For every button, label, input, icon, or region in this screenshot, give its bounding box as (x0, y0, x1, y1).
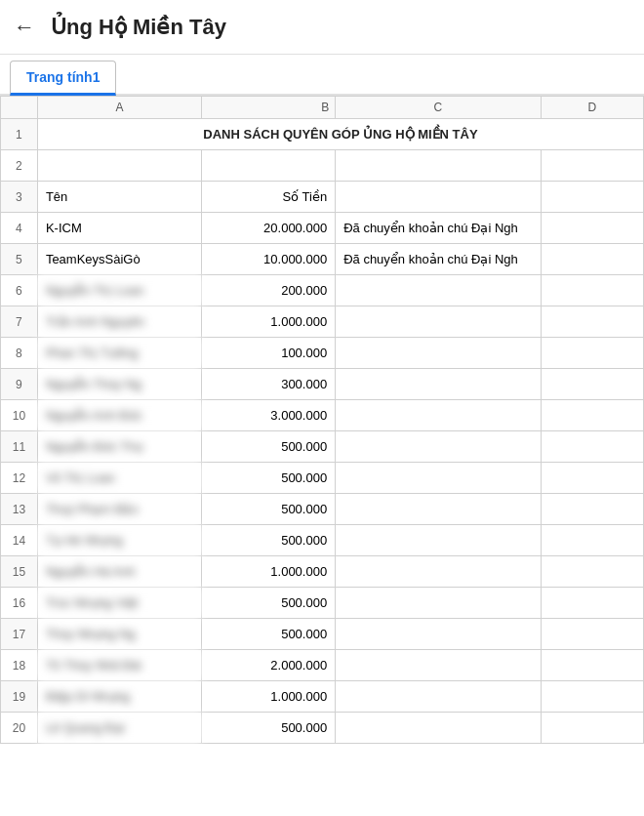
cell-15-A: Nguyễn Hà Anh (37, 556, 201, 588)
row-number: 4 (1, 213, 38, 244)
table-row: 3TênSố Tiền (1, 182, 644, 213)
cell-2-B (202, 150, 336, 182)
spreadsheet: A B C D 1DANH SÁCH QUYÊN GÓP ỦNG HỘ MIỀN… (0, 96, 644, 744)
row-number: 13 (1, 494, 38, 525)
page-title: Ủng Hộ Miền Tây (51, 15, 226, 40)
cell-13-C (336, 494, 542, 525)
row-number: 2 (1, 150, 38, 182)
cell-3-A: Tên (37, 182, 201, 213)
back-button[interactable]: ← (14, 15, 35, 40)
cell-20-B: 500.000 (202, 713, 336, 744)
cell-3-B: Số Tiền (202, 182, 336, 213)
cell-14-B: 500.000 (202, 525, 336, 556)
cell-7-C (336, 306, 542, 338)
row-number: 15 (1, 556, 38, 588)
table-row: 20Lê Quang Đại500.000 (1, 713, 644, 744)
cell-5-A: TeamKeysSàiGò (37, 244, 201, 275)
row-number: 5 (1, 244, 38, 275)
cell-20-A: Lê Quang Đại (37, 713, 201, 744)
cell-14-A: Tạ Hè Nhựng (37, 525, 201, 556)
row-number: 6 (1, 275, 38, 306)
app-header: ← Ủng Hộ Miền Tây (0, 0, 644, 55)
col-header-b: B (202, 97, 336, 119)
cell-11-A: Nguyễn Đức Thọ (37, 431, 201, 463)
table-row: 5TeamKeysSàiGò10.000.000Đã chuyển khoản … (1, 244, 644, 275)
title-cell: DANH SÁCH QUYÊN GÓP ỦNG HỘ MIỀN TÂY (37, 119, 643, 150)
cell-12-C (336, 463, 542, 494)
cell-17-D (541, 619, 643, 650)
table-row: 6Nguyễn Thị Loan200.000 (1, 275, 644, 306)
cell-7-A: Trần Anh Nguyên (37, 306, 201, 338)
cell-3-D (541, 182, 643, 213)
cell-10-D (541, 400, 643, 431)
cell-5-D (541, 244, 643, 275)
cell-18-C (336, 650, 542, 681)
cell-19-A: Điệp Di Nhựng (37, 681, 201, 713)
row-number: 18 (1, 650, 38, 681)
cell-8-D (541, 338, 643, 369)
cell-5-C: Đã chuyển khoản chú Đại Ngh (336, 244, 542, 275)
row-number: 17 (1, 619, 38, 650)
table-row: 16Trúc Nhựng Việt500.000 (1, 588, 644, 619)
row-number: 14 (1, 525, 38, 556)
cell-4-B: 20.000.000 (202, 213, 336, 244)
cell-9-C (336, 369, 542, 400)
table-row: 8Phan Thị Tường100.000 (1, 338, 644, 369)
cell-15-C (336, 556, 542, 588)
cell-12-D (541, 463, 643, 494)
table-row: 1DANH SÁCH QUYÊN GÓP ỦNG HỘ MIỀN TÂY (1, 119, 644, 150)
cell-17-B: 500.000 (202, 619, 336, 650)
cell-9-D (541, 369, 643, 400)
cell-10-B: 3.000.000 (202, 400, 336, 431)
cell-6-A: Nguyễn Thị Loan (37, 275, 201, 306)
cell-6-B: 200.000 (202, 275, 336, 306)
table-row: 14Tạ Hè Nhựng500.000 (1, 525, 644, 556)
cell-11-B: 500.000 (202, 431, 336, 463)
cell-4-C: Đã chuyển khoản chú Đại Ngh (336, 213, 542, 244)
cell-14-C (336, 525, 542, 556)
table-row: 4K-ICM20.000.000Đã chuyển khoản chú Đại … (1, 213, 644, 244)
cell-18-D (541, 650, 643, 681)
column-header-row: A B C D (1, 97, 644, 119)
tab-sheet1[interactable]: Trang tính1 (10, 61, 116, 96)
cell-8-B: 100.000 (202, 338, 336, 369)
row-number: 12 (1, 463, 38, 494)
cell-7-D (541, 306, 643, 338)
cell-10-C (336, 400, 542, 431)
row-number: 8 (1, 338, 38, 369)
cell-7-B: 1.000.000 (202, 306, 336, 338)
table-row: 13Thuỳ Phạm Bảo500.000 (1, 494, 644, 525)
table-row: 17Thúy Nhựng Ng500.000 (1, 619, 644, 650)
cell-15-D (541, 556, 643, 588)
cell-9-A: Nguyễn Thúy Ng (37, 369, 201, 400)
cell-2-A (37, 150, 201, 182)
cell-13-A: Thuỳ Phạm Bảo (37, 494, 201, 525)
cell-6-C (336, 275, 542, 306)
row-number: 10 (1, 400, 38, 431)
cell-10-A: Nguyễn Anh Đức (37, 400, 201, 431)
col-header-c: C (336, 97, 542, 119)
row-number: 19 (1, 681, 38, 713)
cell-19-C (336, 681, 542, 713)
cell-11-C (336, 431, 542, 463)
cell-17-C (336, 619, 542, 650)
cell-8-C (336, 338, 542, 369)
cell-14-D (541, 525, 643, 556)
cell-11-D (541, 431, 643, 463)
table-row: 10Nguyễn Anh Đức3.000.000 (1, 400, 644, 431)
cell-5-B: 10.000.000 (202, 244, 336, 275)
row-number: 11 (1, 431, 38, 463)
cell-4-D (541, 213, 643, 244)
cell-12-B: 500.000 (202, 463, 336, 494)
cell-16-C (336, 588, 542, 619)
cell-2-D (541, 150, 643, 182)
cell-16-D (541, 588, 643, 619)
cell-13-B: 500.000 (202, 494, 336, 525)
tab-bar: Trang tính1 (0, 55, 644, 96)
cell-4-A: K-ICM (37, 213, 201, 244)
cell-9-B: 300.000 (202, 369, 336, 400)
cell-16-A: Trúc Nhựng Việt (37, 588, 201, 619)
cell-18-B: 2.000.000 (202, 650, 336, 681)
cell-13-D (541, 494, 643, 525)
cell-20-D (541, 713, 643, 744)
